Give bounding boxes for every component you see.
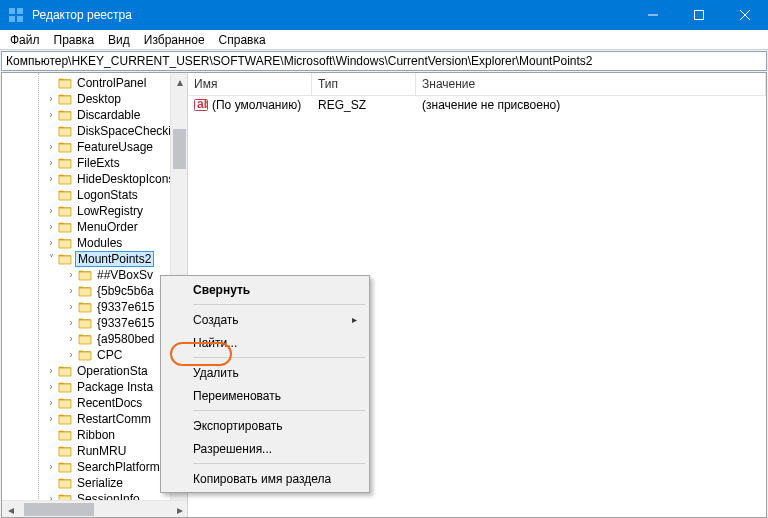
svg-rect-0 [9, 8, 15, 14]
tree-item-Desktop[interactable]: ›Desktop [2, 91, 187, 107]
tree-item-label: DiskSpaceChecking [76, 124, 185, 138]
ctx-rename[interactable]: Переименовать [163, 384, 367, 407]
expand-icon[interactable]: › [46, 237, 56, 247]
expand-icon[interactable]: › [66, 333, 76, 343]
minimize-button[interactable] [630, 0, 676, 30]
value-name: (По умолчанию) [212, 98, 301, 112]
scroll-up-icon[interactable]: ▴ [171, 73, 188, 90]
expand-icon[interactable]: › [66, 317, 76, 327]
tree-item-label: ##VBoxSv [96, 268, 154, 282]
ctx-new[interactable]: Создать▸ [163, 308, 367, 331]
tree-item-label: Discardable [76, 108, 141, 122]
expand-icon[interactable]: › [46, 461, 56, 471]
col-type[interactable]: Тип [312, 73, 416, 95]
expand-icon[interactable]: › [66, 301, 76, 311]
expand-icon[interactable]: › [46, 413, 56, 423]
window-title: Редактор реестра [32, 8, 132, 22]
expand-icon[interactable]: › [46, 381, 56, 391]
tree-item-label: Desktop [76, 92, 122, 106]
svg-rect-3 [17, 16, 23, 22]
ctx-export[interactable]: Экспортировать [163, 414, 367, 437]
tree-item-Discardable[interactable]: ›Discardable [2, 107, 187, 123]
expand-icon[interactable]: › [66, 349, 76, 359]
tree-item-Modules[interactable]: ›Modules [2, 235, 187, 251]
expand-icon[interactable]: › [46, 93, 56, 103]
tree-item-label: MountPoints2 [76, 252, 153, 266]
tree-item-MenuOrder[interactable]: ›MenuOrder [2, 219, 187, 235]
scroll-left-icon[interactable]: ◂ [2, 501, 19, 517]
address-bar[interactable]: Компьютер\HKEY_CURRENT_USER\SOFTWARE\Mic… [1, 51, 767, 71]
col-name[interactable]: Имя [188, 73, 312, 95]
tree-item-FeatureUsage[interactable]: ›FeatureUsage [2, 139, 187, 155]
ctx-separator [193, 357, 365, 358]
ctx-separator [193, 304, 365, 305]
expand-icon[interactable]: › [46, 141, 56, 151]
tree-item-FileExts[interactable]: ›FileExts [2, 155, 187, 171]
svg-text:ab: ab [197, 98, 208, 111]
tree-item-label: {9337e615 [96, 316, 155, 330]
tree-item-label: FileExts [76, 156, 121, 170]
expand-icon[interactable]: › [66, 285, 76, 295]
tree-item-label: SearchPlatform [76, 460, 161, 474]
value-type: REG_SZ [318, 98, 366, 112]
svg-rect-2 [9, 16, 15, 22]
expand-icon[interactable]: › [46, 221, 56, 231]
tree-item-label: {5b9c5b6a [96, 284, 155, 298]
menu-view[interactable]: Вид [102, 31, 136, 49]
menu-file[interactable]: Файл [4, 31, 46, 49]
maximize-button[interactable] [676, 0, 722, 30]
ctx-delete[interactable]: Удалить [163, 361, 367, 384]
tree-item-DiskSpaceChecking[interactable]: DiskSpaceChecking [2, 123, 187, 139]
hscroll-thumb[interactable] [24, 503, 94, 516]
tree-item-ControlPanel[interactable]: ControlPanel [2, 75, 187, 91]
tree-item-LogonStats[interactable]: LogonStats [2, 187, 187, 203]
expand-icon[interactable]: › [46, 205, 56, 215]
scroll-right-icon[interactable]: ▸ [171, 501, 188, 517]
ctx-find[interactable]: Найти... [163, 331, 367, 354]
menu-edit[interactable]: Правка [48, 31, 101, 49]
string-value-icon: ab [194, 98, 208, 112]
tree-item-HideDesktopIcons[interactable]: ›HideDesktopIcons [2, 171, 187, 187]
tree-item-label: FeatureUsage [76, 140, 154, 154]
list-row[interactable]: ab (По умолчанию) REG_SZ (значение не пр… [188, 96, 766, 114]
tree-item-label: RecentDocs [76, 396, 143, 410]
expand-icon[interactable]: › [46, 365, 56, 375]
tree-item-label: HideDesktopIcons [76, 172, 175, 186]
expand-icon[interactable]: › [66, 269, 76, 279]
tree-item-label: Ribbon [76, 428, 116, 442]
tree-item-MountPoints2[interactable]: ˅MountPoints2 [2, 251, 187, 267]
tree-item-label: Modules [76, 236, 123, 250]
expand-icon[interactable]: › [46, 173, 56, 183]
ctx-permissions[interactable]: Разрешения... [163, 437, 367, 460]
tree-item-label: RestartComm [76, 412, 152, 426]
tree-item-label: MenuOrder [76, 220, 139, 234]
tree-item-label: RunMRU [76, 444, 127, 458]
value-data: (значение не присвоено) [422, 98, 560, 112]
ctx-collapse[interactable]: Свернуть [163, 278, 367, 301]
expand-icon[interactable]: › [46, 397, 56, 407]
col-value[interactable]: Значение [416, 73, 766, 95]
address-text: Компьютер\HKEY_CURRENT_USER\SOFTWARE\Mic… [6, 54, 592, 68]
tree-hscrollbar[interactable]: ◂ ▸ [2, 500, 188, 517]
expand-icon[interactable]: ˅ [46, 253, 56, 263]
titlebar: Редактор реестра [0, 0, 768, 30]
tree-item-label: CPC [96, 348, 123, 362]
menu-favorites[interactable]: Избранное [138, 31, 211, 49]
menu-help[interactable]: Справка [213, 31, 272, 49]
ctx-separator [193, 463, 365, 464]
window-buttons [630, 0, 768, 30]
tree-item-LowRegistry[interactable]: ›LowRegistry [2, 203, 187, 219]
close-button[interactable] [722, 0, 768, 30]
tree-item-label: {9337e615 [96, 300, 155, 314]
list-header: Имя Тип Значение [188, 73, 766, 96]
expand-icon[interactable]: › [46, 109, 56, 119]
app-icon [8, 7, 24, 23]
tree-item-label: Serialize [76, 476, 124, 490]
ctx-copy-key-name[interactable]: Копировать имя раздела [163, 467, 367, 490]
context-menu: Свернуть Создать▸ Найти... Удалить Переи… [160, 275, 370, 493]
submenu-arrow-icon: ▸ [352, 314, 357, 325]
ctx-separator [193, 410, 365, 411]
expand-icon[interactable]: › [46, 157, 56, 167]
svg-rect-5 [695, 11, 704, 20]
scroll-thumb[interactable] [173, 129, 186, 169]
